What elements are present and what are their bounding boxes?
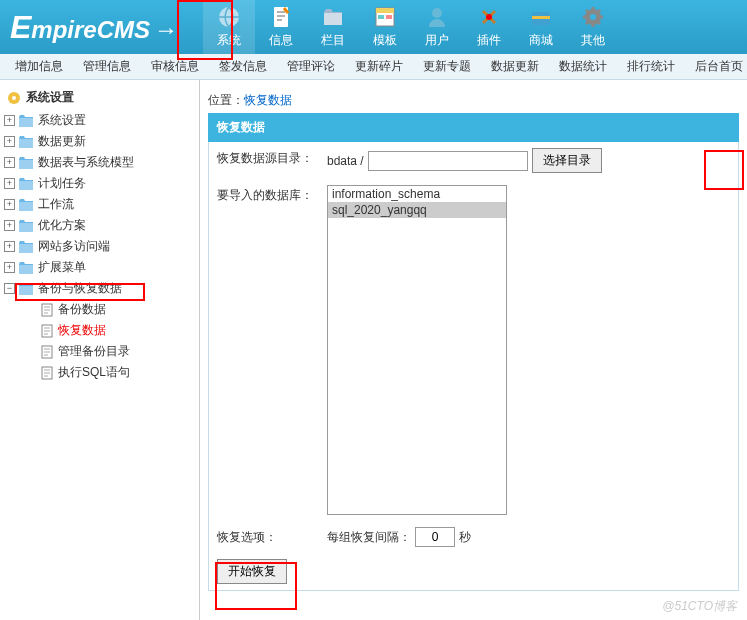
interval-unit: 秒	[459, 529, 471, 546]
nav-label: 用户	[425, 32, 449, 49]
template-icon	[373, 5, 397, 29]
panel-header: 恢复数据	[208, 113, 739, 142]
tree-label: 备份与恢复数据	[38, 280, 122, 297]
sub-nav-item[interactable]: 数据更新	[491, 58, 539, 75]
tree-label: 工作流	[38, 196, 74, 213]
nav-label: 商城	[529, 32, 553, 49]
interval-input[interactable]	[415, 527, 455, 547]
nav-template[interactable]: 模板	[359, 0, 411, 54]
tree-label: 优化方案	[38, 217, 86, 234]
sub-nav-item[interactable]: 更新专题	[423, 58, 471, 75]
sub-nav-item[interactable]: 数据统计	[559, 58, 607, 75]
tree-page[interactable]: 恢复数据	[26, 320, 199, 341]
tree-label: 执行SQL语句	[58, 364, 130, 381]
tree-label: 网站多访问端	[38, 238, 110, 255]
svg-rect-4	[378, 15, 384, 19]
tree-label: 系统设置	[38, 112, 86, 129]
expand-icon[interactable]: +	[4, 262, 15, 273]
user-icon	[425, 5, 449, 29]
db-label: 要导入的数据库：	[217, 185, 327, 204]
content-area: 位置：恢复数据 恢复数据 恢复数据源目录： bdata / 选择目录 要导入的数…	[200, 80, 747, 620]
nav-plugin[interactable]: 插件	[463, 0, 515, 54]
document-icon	[269, 5, 293, 29]
db-option[interactable]: information_schema	[328, 186, 506, 202]
globe-icon	[217, 5, 241, 29]
tree-label: 计划任务	[38, 175, 86, 192]
gear-icon	[581, 5, 605, 29]
source-dir-prefix: bdata /	[327, 154, 364, 168]
tree-label: 恢复数据	[58, 322, 106, 339]
nav-label: 模板	[373, 32, 397, 49]
nav-user[interactable]: 用户	[411, 0, 463, 54]
db-select[interactable]: information_schemasql_2020_yangqq	[327, 185, 507, 515]
top-bar: EmpireCMS→ 系统 信息 栏目 模板 用户 插件 商城	[0, 0, 747, 54]
tree-folder[interactable]: +扩展菜单	[4, 257, 199, 278]
nav-label: 其他	[581, 32, 605, 49]
tree-folder[interactable]: +系统设置	[4, 110, 199, 131]
tree-folder[interactable]: +计划任务	[4, 173, 199, 194]
expand-icon[interactable]: +	[4, 115, 15, 126]
db-option[interactable]: sql_2020_yangqq	[328, 202, 506, 218]
select-dir-button[interactable]: 选择目录	[532, 148, 602, 173]
expand-icon[interactable]: +	[4, 178, 15, 189]
sub-nav-item[interactable]: 签发信息	[219, 58, 267, 75]
sub-nav-item[interactable]: 更新碎片	[355, 58, 403, 75]
sub-nav-item[interactable]: 管理信息	[83, 58, 131, 75]
expand-icon[interactable]: +	[4, 199, 15, 210]
nav-label: 信息	[269, 32, 293, 49]
nav-column[interactable]: 栏目	[307, 0, 359, 54]
sub-nav-item[interactable]: 排行统计	[627, 58, 675, 75]
breadcrumb-prefix: 位置：	[208, 93, 244, 107]
tree-folder[interactable]: +优化方案	[4, 215, 199, 236]
nav-info[interactable]: 信息	[255, 0, 307, 54]
svg-point-7	[486, 14, 492, 20]
expand-icon[interactable]: +	[4, 220, 15, 231]
sub-nav-item[interactable]: 管理评论	[287, 58, 335, 75]
start-restore-button[interactable]: 开始恢复	[217, 559, 287, 584]
tree-page[interactable]: 执行SQL语句	[26, 362, 199, 383]
watermark: @51CTO博客	[662, 598, 737, 615]
nav-other[interactable]: 其他	[567, 0, 619, 54]
breadcrumb-current[interactable]: 恢复数据	[244, 93, 292, 107]
folder-icon	[321, 5, 345, 29]
expand-icon[interactable]: +	[4, 241, 15, 252]
nav-label: 栏目	[321, 32, 345, 49]
tree-page[interactable]: 备份数据	[26, 299, 199, 320]
source-dir-label: 恢复数据源目录：	[217, 148, 327, 167]
tree-folder[interactable]: −备份与恢复数据	[4, 278, 199, 299]
sub-nav-bar: 增加信息管理信息审核信息签发信息管理评论更新碎片更新专题数据更新数据统计排行统计…	[0, 54, 747, 80]
tree-label: 数据表与系统模型	[38, 154, 134, 171]
tree-page[interactable]: 管理备份目录	[26, 341, 199, 362]
sidebar-title: 系统设置	[0, 85, 199, 110]
expand-icon[interactable]: −	[4, 283, 15, 294]
svg-rect-3	[376, 8, 394, 13]
tree-folder[interactable]: +工作流	[4, 194, 199, 215]
source-dir-input[interactable]	[368, 151, 528, 171]
nav-label: 插件	[477, 32, 501, 49]
plugin-icon	[477, 5, 501, 29]
sub-nav-item[interactable]: 增加信息	[15, 58, 63, 75]
shop-icon	[529, 5, 553, 29]
tree-folder[interactable]: +数据表与系统模型	[4, 152, 199, 173]
expand-icon[interactable]: +	[4, 157, 15, 168]
tree-folder[interactable]: +数据更新	[4, 131, 199, 152]
tree-label: 数据更新	[38, 133, 86, 150]
sub-nav-item[interactable]: 后台首页	[695, 58, 743, 75]
svg-point-13	[12, 96, 16, 100]
tree-folder[interactable]: +网站多访问端	[4, 236, 199, 257]
panel-body: 恢复数据源目录： bdata / 选择目录 要导入的数据库： informati…	[208, 142, 739, 591]
interval-label: 每组恢复间隔：	[327, 529, 411, 546]
svg-point-6	[432, 8, 442, 18]
settings-icon	[6, 90, 22, 106]
nav-shop[interactable]: 商城	[515, 0, 567, 54]
logo: EmpireCMS→	[0, 9, 188, 46]
svg-rect-9	[532, 16, 550, 19]
sidebar-title-text: 系统设置	[26, 89, 74, 106]
tree: +系统设置+数据更新+数据表与系统模型+计划任务+工作流+优化方案+网站多访问端…	[0, 110, 199, 383]
tree-label: 扩展菜单	[38, 259, 86, 276]
expand-icon[interactable]: +	[4, 136, 15, 147]
nav-label: 系统	[217, 32, 241, 49]
sub-nav-item[interactable]: 审核信息	[151, 58, 199, 75]
svg-point-11	[590, 14, 596, 20]
nav-system[interactable]: 系统	[203, 0, 255, 54]
